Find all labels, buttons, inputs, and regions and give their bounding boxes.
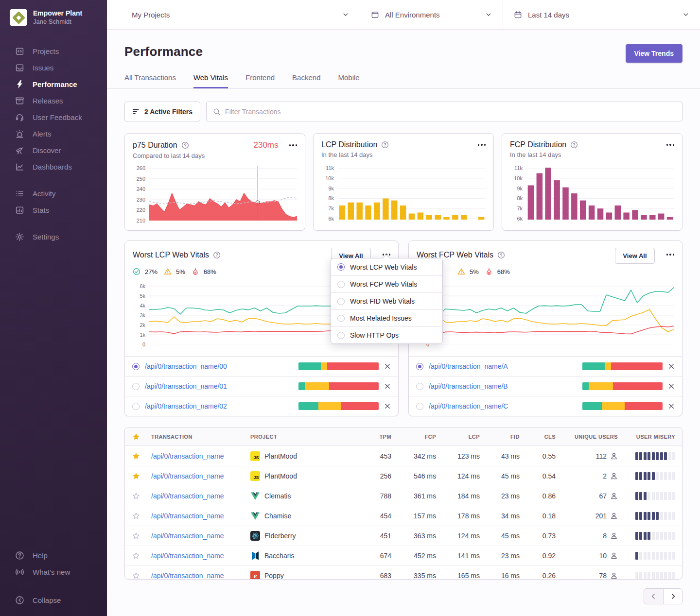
- transaction-link[interactable]: /api/0/transaction_name: [147, 572, 246, 580]
- menu-item-slow-http-ops[interactable]: Slow HTTP Ops: [331, 326, 442, 343]
- transaction-link[interactable]: /api/0/transaction_name/00: [145, 362, 293, 370]
- projects-selector[interactable]: My Projects: [107, 0, 360, 29]
- project-cell[interactable]: ePoppy: [246, 571, 364, 580]
- column-header-user-misery[interactable]: USER MISERY: [622, 434, 682, 440]
- star-outline-icon[interactable]: [132, 552, 140, 560]
- sidebar-item-alerts[interactable]: Alerts: [0, 125, 107, 142]
- tab-mobile[interactable]: Mobile: [338, 73, 359, 88]
- transaction-link[interactable]: /api/0/transaction_name/02: [145, 402, 293, 410]
- sidebar-collapse-button[interactable]: Collapse: [0, 592, 107, 608]
- help-icon[interactable]: [381, 141, 389, 149]
- card-menu-button[interactable]: [478, 144, 486, 146]
- menu-item-worst-fcp-web-vitals[interactable]: Worst FCP Web Vitals: [331, 275, 442, 292]
- menu-item-worst-fid-web-vitals[interactable]: Worst FID Web Vitals: [331, 292, 442, 309]
- transaction-link[interactable]: /api/0/transaction_name/A: [429, 362, 577, 370]
- project-cell[interactable]: Elderberry: [246, 531, 364, 541]
- sidebar-item-releases[interactable]: Releases: [0, 92, 107, 109]
- vitals-cards: Worst LCP Web Vitals View All 27%5%68% 6…: [124, 240, 682, 416]
- star-outline-icon[interactable]: [132, 512, 140, 520]
- card-menu-button[interactable]: [289, 144, 298, 146]
- tab-frontend[interactable]: Frontend: [245, 73, 275, 88]
- next-page-button[interactable]: [663, 589, 682, 604]
- card-menu-button[interactable]: [666, 144, 675, 146]
- close-icon[interactable]: [668, 363, 675, 370]
- radio-button[interactable]: [132, 383, 140, 390]
- radio-button[interactable]: [337, 281, 345, 288]
- project-cell[interactable]: JSPlantMood: [246, 471, 364, 481]
- radio-button[interactable]: [337, 298, 345, 305]
- close-icon[interactable]: [384, 383, 391, 390]
- column-header-cls[interactable]: CLS: [524, 434, 560, 440]
- radio-button[interactable]: [416, 363, 423, 370]
- sidebar-item-issues[interactable]: Issues: [0, 59, 107, 76]
- radio-button[interactable]: [132, 403, 140, 410]
- help-icon[interactable]: [213, 251, 221, 259]
- help-icon[interactable]: [181, 141, 189, 149]
- transaction-link[interactable]: /api/0/transaction_name: [147, 512, 246, 520]
- previous-page-button[interactable]: [644, 589, 663, 604]
- radio-button[interactable]: [337, 315, 345, 322]
- help-icon[interactable]: [570, 141, 578, 149]
- sidebar-item-performance[interactable]: Performance: [0, 76, 107, 92]
- sidebar-item-dashboards[interactable]: Dashboards: [0, 158, 107, 175]
- tab-all-transactions[interactable]: All Transactions: [124, 73, 176, 88]
- active-filters-button[interactable]: 2 Active Filters: [124, 102, 200, 121]
- vitals-transaction-row: /api/0/transaction_name/B: [409, 376, 682, 396]
- project-cell[interactable]: JSPlantMood: [246, 451, 364, 461]
- menu-item-most-related-issues[interactable]: Most Related Issues: [331, 309, 442, 326]
- sidebar-item-help[interactable]: Help: [0, 547, 107, 564]
- star-outline-icon[interactable]: [132, 532, 140, 540]
- column-header-unique-users[interactable]: UNIQUE USERS: [560, 434, 622, 440]
- sidebar-item-what-s-new[interactable]: What’s new: [0, 564, 107, 580]
- sidebar-item-discover[interactable]: Discover: [0, 142, 107, 158]
- transaction-link[interactable]: /api/0/transaction_name: [147, 452, 246, 460]
- column-header-tpm[interactable]: TPM: [364, 434, 395, 440]
- tab-web-vitals[interactable]: Web Vitals: [193, 73, 228, 88]
- column-header-fid[interactable]: FID: [484, 434, 524, 440]
- sidebar-item-stats[interactable]: Stats: [0, 202, 107, 218]
- daterange-selector[interactable]: Last 14 days: [503, 0, 700, 29]
- star-filled-icon[interactable]: [132, 472, 140, 480]
- close-icon[interactable]: [668, 383, 675, 390]
- star-outline-icon[interactable]: [132, 492, 140, 500]
- radio-button[interactable]: [337, 332, 345, 339]
- column-header-lcp[interactable]: LCP: [440, 434, 484, 440]
- transaction-link[interactable]: /api/0/transaction_name: [147, 552, 246, 560]
- project-cell[interactable]: Clematis: [246, 491, 364, 501]
- sidebar-item-activity[interactable]: Activity: [0, 185, 107, 202]
- view-trends-button[interactable]: View Trends: [626, 44, 682, 63]
- transaction-link[interactable]: /api/0/transaction_name/B: [429, 382, 577, 390]
- transaction-link[interactable]: /api/0/transaction_name: [147, 532, 246, 540]
- radio-button[interactable]: [416, 403, 423, 410]
- close-icon[interactable]: [384, 363, 391, 370]
- radio-button[interactable]: [337, 263, 345, 271]
- sidebar-item-settings[interactable]: Settings: [0, 228, 107, 245]
- column-header-fcp[interactable]: FCP: [395, 434, 440, 440]
- radio-button[interactable]: [132, 363, 140, 370]
- sidebar-item-projects[interactable]: Projects: [0, 43, 107, 59]
- search-input[interactable]: [225, 108, 676, 116]
- transaction-link[interactable]: /api/0/transaction_name: [147, 492, 246, 500]
- card-menu-button[interactable]: [666, 248, 675, 256]
- menu-item-worst-lcp-web-vitals[interactable]: Worst LCP Web Vitals: [331, 258, 442, 275]
- org-switcher[interactable]: Empower Plant Jane Schmidt: [0, 9, 107, 26]
- column-header-project[interactable]: PROJECT: [246, 434, 364, 440]
- transaction-link[interactable]: /api/0/transaction_name: [147, 472, 246, 480]
- column-header-transaction[interactable]: TRANSACTION: [147, 434, 246, 440]
- sidebar-item-user-feedback[interactable]: User Feedback: [0, 109, 107, 125]
- transaction-link[interactable]: /api/0/transaction_name/C: [429, 402, 577, 410]
- project-cell[interactable]: Chamise: [246, 511, 364, 521]
- star-outline-icon[interactable]: [132, 572, 140, 580]
- environments-selector[interactable]: All Environments: [360, 0, 503, 29]
- project-cell[interactable]: Baccharis: [246, 551, 364, 561]
- user-misery-bar: [622, 472, 682, 480]
- tab-backend[interactable]: Backend: [292, 73, 320, 88]
- close-icon[interactable]: [668, 403, 675, 410]
- star-filled-icon[interactable]: [132, 452, 140, 460]
- help-icon[interactable]: [497, 251, 505, 259]
- close-icon[interactable]: [384, 403, 391, 410]
- transaction-link[interactable]: /api/0/transaction_name/01: [145, 382, 293, 390]
- radio-button[interactable]: [416, 383, 423, 390]
- view-all-button[interactable]: View All: [615, 248, 654, 264]
- search-box[interactable]: [206, 102, 682, 121]
